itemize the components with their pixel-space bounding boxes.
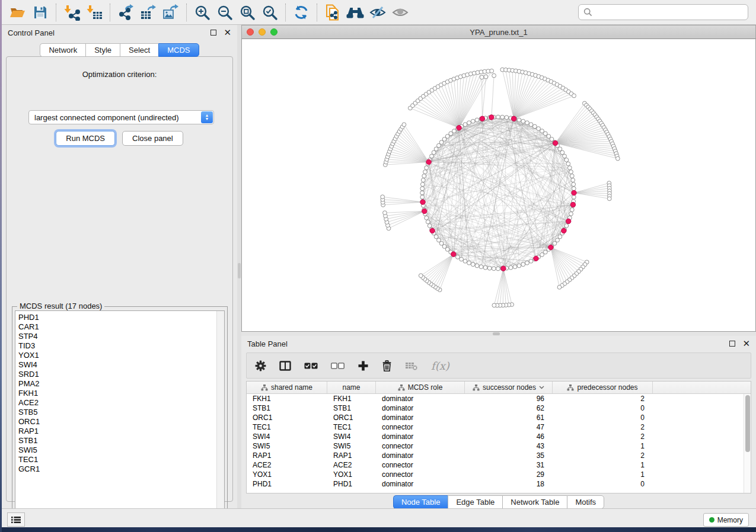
mcds-result-item[interactable]: STB1: [15, 436, 224, 446]
select-all-columns-button[interactable]: [304, 357, 318, 374]
tab-mcds[interactable]: MCDS: [158, 43, 199, 57]
task-history-button[interactable]: [7, 512, 25, 527]
cell-predecessor-nodes: 0: [553, 480, 653, 488]
first-neighbors-button[interactable]: [344, 2, 366, 23]
open-file-button[interactable]: [7, 2, 29, 23]
mcds-result-item[interactable]: SWI5: [15, 446, 224, 455]
tab-style[interactable]: Style: [85, 43, 120, 57]
memory-status-icon: [709, 517, 714, 523]
tab-node-table[interactable]: Node Table: [393, 495, 448, 509]
cell-shared-name: STB1: [247, 404, 327, 412]
table-scrollbar[interactable]: [744, 394, 751, 493]
table-row[interactable]: STB1STB1dominator620: [247, 403, 744, 413]
zoom-out-button[interactable]: [213, 2, 236, 23]
create-column-button[interactable]: [358, 357, 369, 374]
export-table-icon: [140, 4, 157, 21]
mcds-result-scrollbar[interactable]: [216, 311, 224, 521]
close-panel-icon[interactable]: ✕: [742, 341, 750, 347]
column-header-successor-nodes[interactable]: successor nodes: [465, 382, 553, 393]
mcds-result-item[interactable]: FKH1: [15, 389, 224, 398]
unselect-all-columns-button[interactable]: [331, 357, 344, 374]
mcds-result-item[interactable]: ACE2: [15, 398, 224, 408]
table-row[interactable]: SWI5SWI5connector431: [247, 441, 744, 451]
zoom-fit-button[interactable]: [236, 2, 259, 23]
splitter-handle[interactable]: [493, 332, 500, 335]
mcds-result-item[interactable]: TEC1: [15, 455, 224, 464]
open-folder-icon: [9, 5, 26, 20]
table-row[interactable]: RAP1RAP1dominator352: [247, 451, 744, 460]
cell-mcds-role: connector: [376, 470, 465, 479]
tree-attribute-icon: [567, 384, 574, 391]
save-session-button[interactable]: [29, 2, 52, 23]
tab-select[interactable]: Select: [120, 43, 158, 57]
delete-table-button[interactable]: [405, 357, 418, 374]
column-header-shared-name[interactable]: shared name: [247, 382, 327, 393]
mcds-result-item[interactable]: PMA2: [15, 379, 224, 389]
mcds-result-item[interactable]: STP4: [15, 332, 224, 341]
save-icon: [33, 5, 48, 20]
mcds-result-item[interactable]: YOX1: [15, 351, 224, 360]
export-image-button[interactable]: [160, 2, 182, 23]
column-header-mcds-role[interactable]: MCDS role: [376, 382, 465, 393]
table-row[interactable]: SWI4SWI4dominator462: [247, 432, 744, 441]
run-mcds-button[interactable]: Run MCDS: [56, 131, 115, 146]
table-row[interactable]: FKH1FKH1dominator962: [247, 394, 744, 403]
vertical-splitter[interactable]: [237, 25, 241, 508]
zoom-selected-button[interactable]: [259, 2, 281, 23]
close-panel-icon[interactable]: ✕: [224, 30, 231, 36]
zoom-out-icon: [216, 4, 233, 21]
table-settings-button[interactable]: [255, 357, 266, 374]
mcds-result-item[interactable]: RAP1: [15, 427, 224, 436]
mcds-result-item[interactable]: CAR1: [15, 322, 224, 332]
zoom-fit-icon: [239, 4, 256, 21]
horizontal-splitter[interactable]: [241, 332, 756, 336]
table-row[interactable]: PHD1PHD1dominator180: [247, 479, 744, 489]
delete-column-button[interactable]: [382, 357, 392, 374]
close-panel-button[interactable]: Close panel: [122, 131, 183, 146]
table-row[interactable]: TEC1TEC1connector472: [247, 422, 744, 432]
mcds-result-item[interactable]: STB5: [15, 408, 224, 417]
float-panel-icon[interactable]: [729, 341, 735, 347]
zoom-in-button[interactable]: [191, 2, 213, 23]
export-table-button[interactable]: [137, 2, 160, 23]
table-row[interactable]: ORC1ORC1dominator610: [247, 413, 744, 422]
cell-successor-nodes: 29: [465, 470, 553, 479]
refresh-view-button[interactable]: [290, 2, 312, 23]
criterion-select[interactable]: largest connected component (undirected)…: [28, 110, 214, 124]
memory-button[interactable]: Memory: [703, 513, 749, 527]
tab-network-table[interactable]: Network Table: [502, 495, 567, 509]
cell-successor-nodes: 47: [465, 423, 553, 431]
search-icon: [583, 8, 592, 17]
hide-selected-button[interactable]: [366, 2, 389, 23]
table-scrollbar-thumb[interactable]: [745, 395, 750, 452]
show-column-panel-button[interactable]: [279, 357, 291, 374]
column-header-predecessor-nodes[interactable]: predecessor nodes: [553, 382, 653, 393]
network-canvas[interactable]: [241, 39, 756, 332]
table-row[interactable]: YOX1YOX1connector291: [247, 470, 744, 479]
column-header-name[interactable]: name: [327, 382, 376, 393]
tab-edge-table[interactable]: Edge Table: [448, 495, 502, 509]
mcds-result-item[interactable]: ORC1: [15, 417, 224, 427]
mcds-result-item[interactable]: SRD1: [15, 370, 224, 379]
table-row[interactable]: ACE2ACE2connector311: [247, 460, 744, 470]
search-input[interactable]: [596, 8, 743, 17]
export-network-button[interactable]: [114, 2, 137, 23]
tab-network[interactable]: Network: [40, 43, 85, 57]
mcds-result-list[interactable]: PHD1CAR1STP4TID3YOX1SWI4SRD1PMA2FKH1ACE2…: [15, 310, 225, 522]
import-table-button[interactable]: [83, 2, 106, 23]
mcds-result-item[interactable]: SWI4: [15, 360, 224, 370]
new-network-from-selection-button[interactable]: [321, 2, 344, 23]
function-builder-button[interactable]: f(x): [431, 357, 449, 374]
mcds-result-item[interactable]: PHD1: [15, 313, 224, 322]
export-image-icon: [162, 4, 179, 21]
mcds-result-item[interactable]: GCR1: [15, 464, 224, 474]
float-panel-icon[interactable]: [210, 30, 216, 36]
mcds-result-item[interactable]: TID3: [15, 341, 224, 351]
gear-icon: [255, 360, 266, 371]
tab-motifs[interactable]: Motifs: [567, 495, 604, 509]
show-all-button[interactable]: [389, 2, 412, 23]
import-network-button[interactable]: [60, 2, 83, 23]
cell-mcds-role: dominator: [376, 414, 465, 422]
network-window-titlebar[interactable]: YPA_prune.txt_1: [241, 25, 756, 39]
splitter-handle[interactable]: [238, 263, 241, 278]
